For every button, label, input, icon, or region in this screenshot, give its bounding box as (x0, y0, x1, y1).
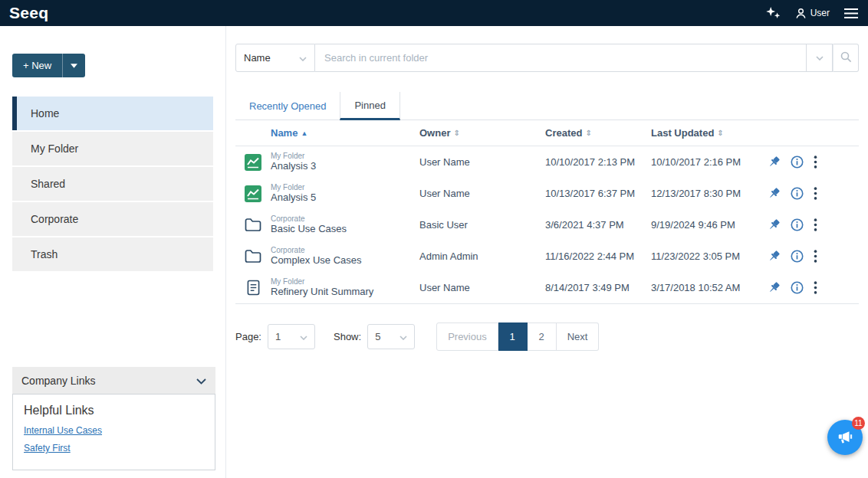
item-name-cell[interactable]: My Folder Analysis 3 (271, 152, 419, 172)
link-safety-first[interactable]: Safety First (24, 443, 204, 453)
column-header-created[interactable]: Created ⇕ (545, 127, 651, 139)
table-row[interactable]: Corporate Basic Use Cases Basic User 3/6… (235, 209, 859, 241)
page-select[interactable]: 1 (268, 324, 315, 349)
page-size-value: 5 (375, 331, 380, 342)
kebab-menu-icon[interactable] (814, 156, 817, 169)
item-name-cell[interactable]: Corporate Basic Use Cases (271, 214, 419, 234)
sort-icon: ⇕ (717, 129, 723, 137)
sort-icon: ⇕ (585, 129, 591, 137)
new-button-group: + New (12, 54, 85, 77)
item-created: 10/13/2017 6:37 PM (545, 188, 651, 199)
item-name[interactable]: Analysis 3 (271, 161, 419, 172)
info-icon[interactable] (791, 281, 804, 294)
item-created: 8/14/2017 3:49 PM (545, 282, 651, 293)
table-row[interactable]: My Folder Refinery Unit Summary User Nam… (235, 272, 859, 303)
info-icon[interactable] (791, 250, 804, 263)
item-owner: User Name (419, 156, 545, 168)
kebab-menu-icon[interactable] (814, 187, 817, 200)
ai-sparkle-icon[interactable] (765, 6, 781, 20)
item-name[interactable]: Basic Use Cases (271, 224, 419, 235)
sidebar-item-home[interactable]: Home (12, 97, 213, 130)
previous-page-button[interactable]: Previous (436, 322, 498, 351)
sort-ascending-icon: ▲ (301, 129, 307, 137)
item-created: 11/16/2022 2:44 PM (545, 250, 651, 262)
new-button[interactable]: + New (12, 54, 62, 77)
content-tabs: Recently Opened Pinned (235, 92, 859, 120)
table-row[interactable]: My Folder Analysis 5 User Name 10/13/201… (235, 178, 859, 209)
kebab-menu-icon[interactable] (814, 218, 817, 231)
item-name[interactable]: Refinery Unit Summary (271, 286, 419, 298)
pin-icon[interactable] (768, 281, 781, 294)
chevron-down-icon (300, 331, 307, 342)
link-internal-use-cases[interactable]: Internal Use Cases (24, 425, 204, 436)
pager-buttons: Previous 1 2 Next (436, 322, 599, 351)
hamburger-menu-icon[interactable] (843, 8, 859, 19)
chevron-down-icon (299, 52, 307, 64)
info-icon[interactable] (791, 187, 804, 200)
pin-icon[interactable] (768, 187, 781, 200)
item-name[interactable]: Analysis 5 (271, 192, 419, 204)
analysis-icon (235, 154, 271, 171)
page-1-button[interactable]: 1 (498, 322, 528, 351)
item-updated: 10/10/2017 2:16 PM (651, 156, 760, 168)
user-menu[interactable]: User (795, 8, 830, 19)
seeq-logo[interactable]: Seeq (9, 4, 48, 22)
item-updated: 9/19/2024 9:46 PM (651, 219, 760, 231)
search-input[interactable] (315, 44, 807, 72)
column-header-name[interactable]: Name ▲ (271, 127, 419, 139)
item-updated: 11/23/2022 3:05 PM (651, 250, 760, 262)
pin-icon[interactable] (768, 250, 781, 263)
search-options-dropdown-button[interactable] (807, 44, 833, 72)
sort-icon: ⇕ (453, 129, 459, 137)
sidebar-item-label: Shared (31, 178, 65, 190)
sidebar-item-label: Trash (31, 248, 58, 260)
tab-recently-opened[interactable]: Recently Opened (235, 92, 340, 120)
company-links-section: Company Links Helpful Links Internal Use… (12, 367, 215, 470)
sidebar-item-label: Home (31, 107, 59, 120)
sidebar-item-corporate[interactable]: Corporate (12, 202, 213, 236)
topbar-actions: User (765, 6, 859, 20)
helpful-links-title: Helpful Links (24, 404, 204, 417)
sidebar-item-shared[interactable]: Shared (12, 167, 213, 201)
table-row[interactable]: Corporate Complex Use Cases Admin Admin … (235, 241, 859, 272)
sidebar-item-my-folder[interactable]: My Folder (12, 132, 213, 165)
search-field-select[interactable]: Name (235, 44, 315, 72)
sidebar-item-trash[interactable]: Trash (12, 237, 213, 271)
analysis-icon (235, 185, 271, 202)
table-row[interactable]: My Folder Analysis 3 User Name 10/10/201… (235, 146, 859, 178)
pagination: Page: 1 Show: 5 Previous 1 2 Next (235, 322, 859, 351)
pin-icon[interactable] (768, 218, 781, 231)
row-actions (760, 156, 859, 169)
company-links-header[interactable]: Company Links (12, 367, 215, 394)
item-name[interactable]: Complex Use Cases (271, 255, 419, 267)
item-name-cell[interactable]: My Folder Refinery Unit Summary (271, 277, 419, 297)
item-name-cell[interactable]: Corporate Complex Use Cases (271, 246, 419, 266)
user-icon (795, 8, 807, 19)
kebab-menu-icon[interactable] (814, 250, 817, 263)
item-owner: User Name (419, 188, 545, 199)
search-icon (840, 51, 852, 65)
search-submit-button[interactable] (833, 44, 859, 72)
info-icon[interactable] (791, 218, 804, 231)
new-dropdown-button[interactable] (62, 54, 85, 77)
row-actions (760, 250, 859, 263)
info-icon[interactable] (791, 156, 804, 169)
folder-icon (235, 218, 271, 232)
item-updated: 3/17/2018 10:52 AM (651, 282, 760, 293)
item-created: 3/6/2021 4:37 PM (545, 219, 651, 231)
item-created: 10/10/2017 2:13 PM (545, 156, 651, 168)
search-field-value: Name (244, 52, 271, 64)
tab-pinned[interactable]: Pinned (340, 92, 399, 120)
item-name-cell[interactable]: My Folder Analysis 5 (271, 183, 419, 203)
column-header-owner[interactable]: Owner ⇕ (419, 127, 545, 139)
page-size-select[interactable]: 5 (367, 324, 415, 349)
pin-icon[interactable] (768, 156, 781, 169)
next-page-button[interactable]: Next (557, 322, 600, 351)
announcements-button[interactable]: 11 (827, 420, 863, 455)
kebab-menu-icon[interactable] (814, 281, 817, 294)
row-actions (760, 218, 859, 231)
page-2-button[interactable]: 2 (528, 322, 557, 351)
column-header-last-updated[interactable]: Last Updated ⇕ (651, 127, 760, 139)
sidebar: + New Home My Folder Shared Corporate Tr… (0, 26, 226, 478)
item-owner: User Name (419, 282, 545, 293)
